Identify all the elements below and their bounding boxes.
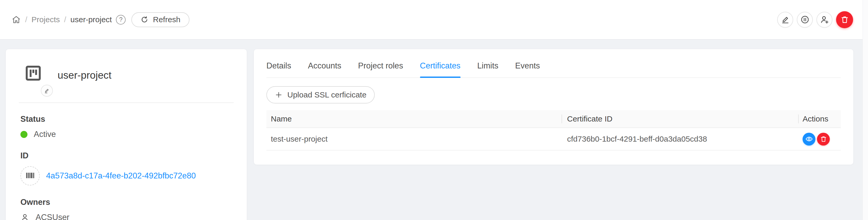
status-value: Active (34, 130, 56, 139)
upload-ssl-certificate-label: Upload SSL cerficicate (287, 90, 366, 99)
page: / Projects / user-project ? Refresh (0, 0, 868, 220)
delete-project-button[interactable] (836, 11, 853, 28)
id-label: ID (21, 151, 232, 160)
breadcrumb-separator: / (25, 15, 27, 24)
plus-icon (275, 91, 283, 99)
pause-circle-icon (800, 15, 810, 24)
tab-certificates[interactable]: Certificates (420, 57, 461, 77)
edit-icon (781, 15, 790, 24)
pencil-icon (43, 87, 50, 94)
project-details: Status Active ID (6, 103, 247, 220)
owner-value: ACSUser (36, 213, 69, 220)
user-icon (21, 213, 29, 220)
edit-project-button[interactable] (777, 12, 793, 28)
status-dot-icon (21, 131, 28, 138)
status-section: Status Active (21, 114, 232, 139)
tab-accounts[interactable]: Accounts (308, 57, 341, 77)
eye-icon (805, 135, 813, 143)
trash-icon (840, 15, 849, 24)
cell-certificate-id: cfd736b0-1bcf-4291-beff-d0a3da05cd38 (562, 135, 799, 143)
tab-events[interactable]: Events (515, 57, 540, 77)
refresh-button[interactable]: Refresh (131, 12, 189, 27)
table-header-row: Name Certificate ID Actions (267, 110, 841, 128)
column-header-name: Name (267, 110, 562, 127)
barcode-icon (21, 166, 40, 185)
tab-limits[interactable]: Limits (477, 57, 498, 77)
project-info-card: user-project Status Active (5, 49, 247, 220)
id-section: ID 4a573a8d-c17a-4fee-b202-4 (21, 151, 232, 185)
upload-ssl-certificate-button[interactable]: Upload SSL cerficicate (267, 86, 375, 104)
question-circle-icon[interactable]: ? (116, 15, 126, 25)
project-title: user-project (58, 70, 112, 81)
project-id-link[interactable]: 4a573a8d-c17a-4fee-b202-492bfbc72e80 (46, 171, 196, 181)
column-header-actions: Actions (799, 110, 841, 127)
trash-icon (820, 135, 827, 143)
delete-certificate-button[interactable] (817, 133, 830, 146)
project-tabs-card: Details Accounts Project roles Certifica… (254, 49, 854, 165)
edit-project-name-button[interactable] (41, 85, 53, 97)
owners-label: Owners (21, 197, 232, 207)
breadcrumb: / Projects / user-project ? Refresh (11, 0, 189, 39)
refresh-button-label: Refresh (153, 15, 180, 24)
status-label: Status (21, 114, 232, 124)
view-certificate-button[interactable] (803, 133, 815, 146)
suspend-project-button[interactable] (797, 12, 813, 28)
breadcrumb-projects-link[interactable]: Projects (31, 15, 60, 24)
project-icon (24, 64, 42, 82)
breadcrumb-separator: / (64, 15, 66, 24)
certificates-table: Name Certificate ID Actions test-user-pr… (267, 110, 841, 150)
header-action-buttons (777, 0, 853, 39)
scrollbar[interactable] (863, 0, 868, 220)
breadcrumb-current-page: user-project (70, 15, 112, 24)
cell-certificate-name: test-user-project (267, 135, 562, 143)
tab-project-roles[interactable]: Project roles (358, 57, 403, 77)
user-add-icon (820, 15, 829, 24)
table-row: test-user-project cfd736b0-1bcf-4291-bef… (267, 128, 841, 150)
tab-details[interactable]: Details (267, 57, 291, 77)
home-icon[interactable] (11, 15, 21, 24)
project-card-header: user-project (6, 49, 247, 102)
top-header-bar: / Projects / user-project ? Refresh (0, 0, 868, 40)
reload-icon (140, 15, 149, 24)
tab-bar: Details Accounts Project roles Certifica… (267, 57, 841, 78)
column-header-certificate-id: Certificate ID (562, 110, 799, 127)
add-account-button[interactable] (816, 12, 832, 28)
cell-actions (799, 133, 841, 146)
owners-section: Owners ACSUser (21, 197, 232, 220)
